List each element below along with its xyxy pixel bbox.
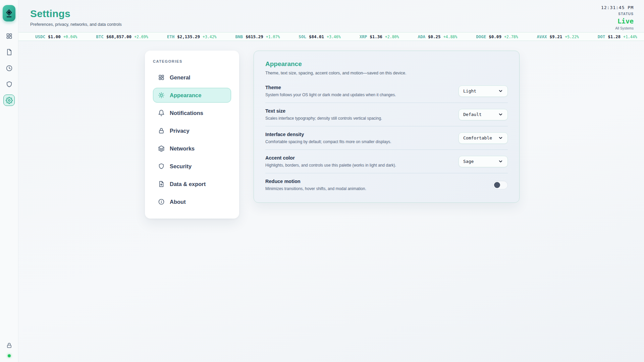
settings-rows: Theme System follows your OS light or da… bbox=[265, 79, 508, 196]
shield-icon bbox=[158, 163, 165, 170]
settings-gear-icon bbox=[6, 97, 13, 104]
page-title: Settings bbox=[30, 8, 70, 19]
setting-row-theme: Theme System follows your OS light or da… bbox=[265, 79, 508, 103]
page-subtitle: Preferences, privacy, networks, and data… bbox=[30, 22, 122, 27]
ticker-item: AVAX$9.21+5.22% bbox=[537, 34, 579, 39]
panel-description: Theme, text size, spacing, accent colors… bbox=[265, 71, 508, 75]
category-item-privacy[interactable]: Privacy bbox=[153, 123, 231, 138]
chevron-down-icon bbox=[498, 159, 503, 164]
category-label: Security bbox=[170, 163, 192, 170]
ticker-item: BTC$68,857.00+2.69% bbox=[96, 34, 148, 39]
setting-description: Highlights, borders, and controls use th… bbox=[265, 163, 396, 168]
appearance-panel: Appearance Theme, text size, spacing, ac… bbox=[254, 51, 520, 203]
left-sidebar bbox=[0, 0, 18, 362]
lock-icon bbox=[6, 342, 12, 349]
price-ticker: USDC$1.00+0.04% BTC$68,857.00+2.69% ETH$… bbox=[18, 32, 644, 41]
text-size-select-value: Default bbox=[463, 112, 482, 117]
status-subtext: All Systems bbox=[601, 26, 634, 30]
gem-logo-icon bbox=[5, 8, 13, 18]
sidebar-item-documents[interactable] bbox=[3, 46, 15, 58]
lock-icon bbox=[158, 127, 165, 134]
sun-icon bbox=[158, 92, 165, 99]
sidebar-item-settings[interactable] bbox=[3, 95, 15, 106]
setting-label: Accent color bbox=[265, 155, 396, 161]
sidebar-bottom bbox=[3, 340, 15, 357]
dashboard-grid-icon bbox=[6, 33, 13, 40]
ticker-item: DOGE$0.09+2.78% bbox=[476, 34, 518, 39]
ticker-item: ADA$0.25+4.88% bbox=[418, 34, 457, 39]
setting-description: System follows your OS light or dark mod… bbox=[265, 93, 396, 97]
category-label: About bbox=[170, 199, 186, 205]
setting-label: Interface density bbox=[265, 132, 391, 137]
bell-icon bbox=[158, 110, 165, 116]
status-label: STATUS bbox=[601, 12, 634, 16]
chevron-down-icon bbox=[498, 135, 503, 140]
categories-heading: CATEGORIES bbox=[153, 59, 231, 63]
clock-icon bbox=[6, 65, 13, 72]
category-label: Notifications bbox=[170, 110, 203, 116]
setting-description: Scales interface typography; density sti… bbox=[265, 116, 382, 121]
sidebar-item-dashboard[interactable] bbox=[3, 30, 15, 42]
ticker-item: USDC$1.00+0.04% bbox=[35, 34, 77, 39]
category-label: General bbox=[170, 74, 190, 81]
category-item-general[interactable]: General bbox=[153, 70, 231, 85]
accent-color-select-value: Sage bbox=[463, 159, 474, 164]
layers-icon bbox=[158, 145, 165, 152]
chevron-down-icon bbox=[498, 88, 503, 94]
category-item-security[interactable]: Security bbox=[153, 159, 231, 174]
reduce-motion-toggle[interactable] bbox=[493, 181, 508, 189]
accent-color-select[interactable]: Sage bbox=[459, 156, 508, 167]
categories-list: General Appearance Notifi bbox=[153, 70, 231, 209]
ticker-item: DOT$1.28+1.44% bbox=[598, 34, 637, 39]
setting-row-reduce-motion: Reduce motion Minimizes transitions, hov… bbox=[265, 173, 508, 196]
setting-description: Comfortable spacing by default; compact … bbox=[265, 139, 391, 144]
sidebar-nav bbox=[3, 30, 15, 106]
interface-density-select-value: Comfortable bbox=[463, 135, 492, 140]
status-box: 12:31:45 PM STATUS Live All Systems bbox=[601, 5, 634, 30]
ticker-item: SOL$84.01+3.46% bbox=[299, 34, 340, 39]
grid-icon bbox=[158, 74, 165, 81]
categories-card: CATEGORIES General Appearan bbox=[145, 51, 239, 219]
document-icon bbox=[6, 49, 13, 56]
category-item-notifications[interactable]: Notifications bbox=[153, 106, 231, 120]
category-label: Privacy bbox=[170, 128, 190, 134]
setting-label: Theme bbox=[265, 85, 396, 90]
status-value: Live bbox=[601, 18, 634, 24]
category-label: Appearance bbox=[170, 92, 201, 99]
setting-row-accent-color: Accent color Highlights, borders, and co… bbox=[265, 150, 508, 173]
setting-row-interface-density: Interface density Comfortable spacing by… bbox=[265, 126, 508, 150]
interface-density-select[interactable]: Comfortable bbox=[459, 132, 508, 144]
ticker-item: ETH$2,135.29+3.42% bbox=[167, 34, 217, 39]
ticker-item: BNB$615.29+1.07% bbox=[235, 34, 280, 39]
setting-label: Reduce motion bbox=[265, 179, 366, 184]
online-status-dot bbox=[8, 354, 11, 357]
category-item-about[interactable]: About bbox=[153, 194, 231, 209]
sidebar-item-security[interactable] bbox=[3, 78, 15, 90]
info-icon bbox=[158, 198, 165, 205]
category-item-data-export[interactable]: Data & export bbox=[153, 177, 231, 191]
chevron-down-icon bbox=[498, 112, 503, 117]
setting-description: Minimizes transitions, hover shifts, and… bbox=[265, 186, 366, 191]
ticker-item: XRP$1.36+2.80% bbox=[360, 34, 399, 39]
category-label: Networks bbox=[170, 145, 195, 152]
setting-row-text-size: Text size Scales interface typography; d… bbox=[265, 103, 508, 126]
theme-select[interactable]: Light bbox=[459, 85, 508, 97]
theme-select-value: Light bbox=[463, 88, 476, 94]
sidebar-item-history[interactable] bbox=[3, 62, 15, 74]
app-logo bbox=[3, 5, 15, 21]
clock-time: 12:31:45 PM bbox=[601, 5, 634, 10]
shield-icon bbox=[6, 81, 13, 88]
lock-session-button[interactable] bbox=[3, 340, 15, 351]
category-label: Data & export bbox=[170, 181, 206, 187]
file-plus-icon bbox=[158, 181, 165, 187]
category-item-appearance[interactable]: Appearance bbox=[153, 88, 231, 103]
text-size-select[interactable]: Default bbox=[459, 109, 508, 120]
category-item-networks[interactable]: Networks bbox=[153, 141, 231, 156]
setting-label: Text size bbox=[265, 108, 382, 114]
panel-title: Appearance bbox=[265, 60, 508, 68]
toggle-knob bbox=[494, 182, 500, 188]
